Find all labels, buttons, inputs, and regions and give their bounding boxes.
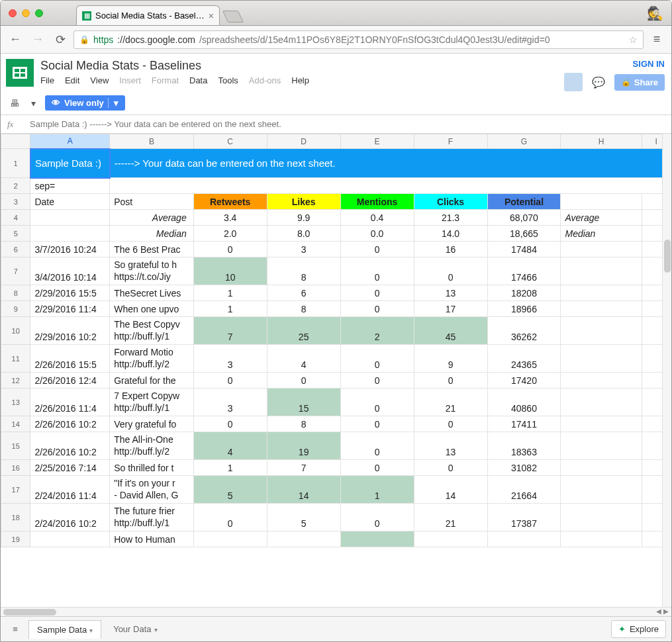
chevron-down-icon: ▾ — [108, 98, 119, 108]
tab-close-icon[interactable]: × — [209, 11, 214, 21]
sheets-logo-icon[interactable] — [6, 59, 34, 87]
url-path: /spreadsheets/d/15e4m11POs6Y8Ej2T1ORNY0F… — [199, 34, 550, 45]
fx-icon: fx — [7, 119, 21, 130]
sheets-toolbar: 🖶 ▾ 👁View only▾ — [1, 91, 671, 115]
table-row[interactable]: 132/26/2016 11:47 Expert Copywhttp://buf… — [1, 389, 671, 416]
share-button[interactable]: 🔒Share — [614, 74, 665, 91]
browser-tab[interactable]: ▦ Social Media Stats - Basel… × — [76, 5, 220, 25]
menu-tools[interactable]: Tools — [218, 75, 238, 85]
explore-icon: ✦ — [618, 624, 626, 634]
header-date[interactable]: Date — [30, 194, 110, 210]
document-title[interactable]: Social Media Stats - Baselines — [40, 59, 309, 73]
formula-bar[interactable]: fx Sample Data :) ------> Your data can … — [1, 115, 671, 134]
header-mentions[interactable]: Mentions — [340, 194, 414, 210]
browser-toolbar: ← → ⟳ 🔒 https://docs.google.com/spreadsh… — [1, 26, 671, 54]
header-likes[interactable]: Likes — [267, 194, 340, 210]
cell-A1[interactable]: Sample Data :) — [30, 149, 110, 178]
menu-format[interactable]: Format — [152, 75, 179, 85]
avatar[interactable] — [564, 73, 583, 91]
col-H[interactable]: H — [561, 134, 642, 149]
share-lock-icon: 🔒 — [621, 77, 631, 87]
menu-help[interactable]: Help — [291, 75, 309, 85]
column-headers[interactable]: A B C D E F G H I — [1, 134, 671, 149]
table-row[interactable]: 19How to Human — [1, 531, 671, 547]
select-all-corner[interactable] — [1, 134, 30, 149]
sheet-tab-your-data[interactable]: Your Data▾ — [105, 620, 165, 638]
url-scheme: https — [93, 34, 113, 45]
col-A[interactable]: A — [30, 134, 110, 149]
cell-A2[interactable]: sep= — [30, 178, 110, 194]
filter-icon[interactable]: ▾ — [28, 95, 38, 111]
cell-B1-merged[interactable]: ------> Your data can be entered on the … — [110, 149, 671, 178]
incognito-icon: 🕵 — [647, 5, 663, 21]
menu-view[interactable]: View — [90, 75, 109, 85]
row-5[interactable]: 5 Median 2.0 8.0 0.0 14.0 18,665 Median — [1, 226, 671, 242]
bookmark-star-icon[interactable]: ☆ — [629, 34, 638, 45]
reload-button[interactable]: ⟳ — [51, 30, 70, 49]
share-label: Share — [634, 77, 658, 87]
menu-addons[interactable]: Add-ons — [249, 75, 281, 85]
window-minimize-icon[interactable] — [22, 9, 30, 17]
all-sheets-icon[interactable]: ≡ — [6, 624, 24, 634]
chevron-down-icon: ▾ — [89, 627, 93, 634]
window-zoom-icon[interactable] — [35, 9, 43, 17]
chevron-down-icon: ▾ — [154, 626, 158, 633]
table-row[interactable]: 142/26/2016 10:2Very grateful fo08001741… — [1, 416, 671, 432]
url-bar[interactable]: 🔒 https://docs.google.com/spreadsheets/d… — [73, 30, 644, 49]
table-row[interactable]: 172/24/2016 11:4"If it's on your r- Davi… — [1, 476, 671, 504]
table-row[interactable]: 182/24/2016 10:2The future frierhttp://b… — [1, 504, 671, 531]
window-close-icon[interactable] — [9, 9, 17, 17]
horizontal-scrollbar[interactable]: ◀ ▶ — [1, 607, 671, 616]
header-clicks[interactable]: Clicks — [414, 194, 487, 210]
header-potential[interactable]: Potential — [487, 194, 561, 210]
explore-button[interactable]: ✦Explore — [611, 620, 666, 638]
table-row[interactable]: 152/26/2016 10:2The All-in-Onehttp://buf… — [1, 432, 671, 460]
table-row[interactable]: 73/4/2016 10:14So grateful to hhttps://t… — [1, 257, 671, 285]
print-icon[interactable]: 🖶 — [7, 95, 22, 111]
mac-titlebar: ▦ Social Media Stats - Basel… × 🕵 — [1, 1, 671, 26]
header-post[interactable]: Post — [110, 194, 194, 210]
row-3[interactable]: 3 Date Post Retweets Likes Mentions Clic… — [1, 194, 671, 210]
col-D[interactable]: D — [267, 134, 340, 149]
row-2[interactable]: 2 sep= — [1, 178, 671, 194]
avg-label[interactable]: Average — [110, 210, 194, 226]
table-row[interactable]: 82/29/2016 15:5TheSecret Lives1601318208 — [1, 285, 671, 301]
sheet-tab-sample-data[interactable]: Sample Data▾ — [28, 620, 101, 639]
back-button[interactable]: ← — [6, 30, 24, 49]
table-row[interactable]: 92/29/2016 11:4When one upvo1801718966 — [1, 301, 671, 317]
new-tab-button[interactable] — [222, 11, 244, 23]
col-G[interactable]: G — [487, 134, 561, 149]
col-F[interactable]: F — [414, 134, 487, 149]
menu-edit[interactable]: Edit — [65, 75, 79, 85]
row-1[interactable]: 1 Sample Data :) ------> Your data can b… — [1, 149, 671, 178]
menu-bar: File Edit View Insert Format Data Tools … — [40, 75, 309, 85]
view-only-label: View only — [64, 98, 104, 108]
col-E[interactable]: E — [340, 134, 414, 149]
row-4[interactable]: 4 Average 3.4 9.9 0.4 21.3 68,070 Averag… — [1, 210, 671, 226]
table-row[interactable]: 63/7/2016 10:24The 6 Best Prac0301617484 — [1, 242, 671, 257]
header-retweets[interactable]: Retweets — [193, 194, 267, 210]
docs-header: Social Media Stats - Baselines File Edit… — [1, 54, 671, 91]
forward-button[interactable]: → — [28, 30, 47, 49]
chrome-menu-icon[interactable]: ≡ — [648, 32, 666, 46]
col-B[interactable]: B — [110, 134, 194, 149]
vertical-scrollbar[interactable] — [662, 134, 671, 607]
median-label[interactable]: Median — [110, 226, 194, 242]
view-only-button[interactable]: 👁View only▾ — [45, 95, 125, 111]
menu-insert[interactable]: Insert — [119, 75, 141, 85]
table-row[interactable]: 122/26/2016 12:4Grateful for the00001742… — [1, 373, 671, 389]
comments-icon[interactable]: 💬 — [592, 76, 605, 89]
table-row[interactable]: 112/26/2016 15:5Forward Motiohttp://buff… — [1, 345, 671, 373]
spreadsheet-grid[interactable]: A B C D E F G H I 1 Sample Data :) -----… — [1, 134, 671, 607]
tab-title: Social Media Stats - Basel… — [95, 11, 205, 21]
lock-icon: 🔒 — [79, 35, 89, 44]
col-C[interactable]: C — [193, 134, 267, 149]
menu-data[interactable]: Data — [189, 75, 207, 85]
table-row[interactable]: 102/29/2016 10:2The Best Copyvhttp://buf… — [1, 317, 671, 345]
menu-file[interactable]: File — [40, 75, 54, 85]
sheet-tabs-bar: ≡ Sample Data▾ Your Data▾ ✦Explore — [1, 616, 671, 641]
sheets-favicon-icon: ▦ — [82, 11, 91, 21]
url-host: ://docs.google.com — [117, 34, 195, 45]
table-row[interactable]: 162/25/2016 7:14So thrilled for t1700310… — [1, 460, 671, 476]
sign-in-link[interactable]: SIGN IN — [633, 59, 665, 69]
